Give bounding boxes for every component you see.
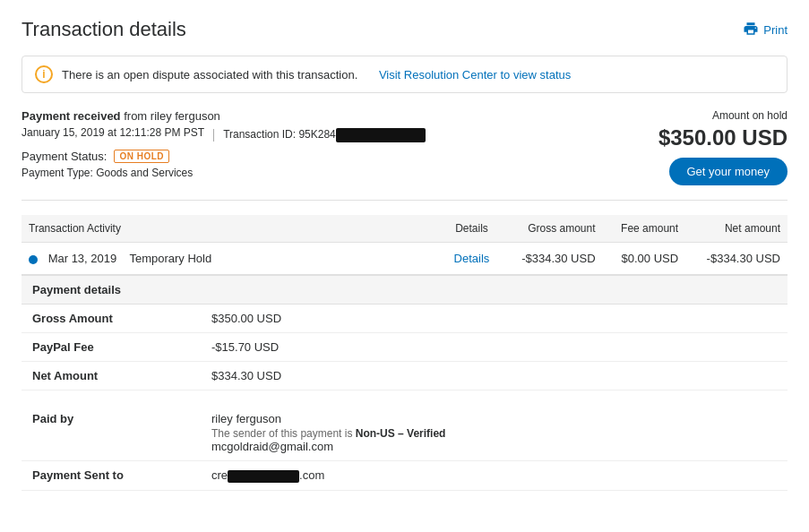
redacted-id	[336, 128, 426, 142]
fee-label: PayPal Fee	[22, 333, 201, 362]
details-link[interactable]: Details	[454, 252, 490, 265]
alert-message: There is an open dispute associated with…	[62, 68, 357, 82]
status-label: Payment Status:	[22, 150, 107, 163]
paid-by-email: mcgoldraid@gmail.com	[211, 440, 777, 453]
payment-right: Amount on hold $350.00 USD Get your mone…	[658, 109, 787, 185]
on-hold-badge: ON HOLD	[114, 150, 169, 163]
activity-table: Transaction Activity Details Gross amoun…	[22, 215, 787, 275]
sent-to-label: Payment Sent to	[22, 461, 201, 491]
row-description: Temporary Hold	[129, 252, 211, 265]
redacted-email	[228, 470, 299, 483]
row-net: -$334.30 USD	[685, 243, 787, 275]
table-row: Mar 13, 2019 Temporary Hold Details -$33…	[22, 243, 787, 275]
sent-to-value: cre.com	[201, 461, 787, 491]
payment-left: Payment received from riley ferguson Jan…	[22, 109, 426, 179]
print-button[interactable]: Print	[743, 21, 787, 39]
col-gross: Gross amount	[501, 215, 603, 243]
col-fee: Fee amount	[603, 215, 686, 243]
details-table: Gross Amount $350.00 USD PayPal Fee -$15…	[22, 305, 787, 491]
net-value: $334.30 USD	[201, 362, 787, 390]
payment-details-section: Payment details Gross Amount $350.00 USD…	[22, 275, 787, 491]
net-label: Net Amount	[22, 362, 201, 390]
row-date-desc: Mar 13, 2019 Temporary Hold	[22, 243, 443, 275]
amount-display: $350.00 USD	[658, 125, 787, 150]
spacer-row	[22, 390, 787, 406]
payment-type: Payment Type: Goods and Services	[22, 167, 426, 179]
payment-received-label: Payment received from riley ferguson	[22, 109, 426, 123]
payment-sent-to-row: Payment Sent to cre.com	[22, 461, 787, 491]
amount-on-hold-label: Amount on hold	[658, 109, 787, 122]
transaction-activity-section: Transaction Activity Details Gross amoun…	[22, 215, 787, 275]
row-date: Mar 13, 2019	[48, 252, 117, 265]
resolution-center-link[interactable]: Visit Resolution Center to view status	[379, 68, 571, 82]
page-title: Transaction details	[22, 18, 186, 41]
payment-info-section: Payment received from riley ferguson Jan…	[22, 109, 787, 201]
print-icon	[743, 21, 759, 39]
row-gross: -$334.30 USD	[501, 243, 603, 275]
row-fee: $0.00 USD	[603, 243, 686, 275]
col-details: Details	[443, 215, 500, 243]
status-row: Payment Status: ON HOLD	[22, 150, 426, 163]
gross-amount-row: Gross Amount $350.00 USD	[22, 305, 787, 333]
get-money-button[interactable]: Get your money	[669, 158, 788, 185]
fee-row: PayPal Fee -$15.70 USD	[22, 333, 787, 362]
payment-date: January 15, 2019 at 12:11:28 PM PST	[22, 126, 204, 139]
divider	[213, 129, 214, 142]
paid-by-status-line: The sender of this payment is Non-US – V…	[211, 427, 777, 440]
paid-by-info: riley ferguson The sender of this paymen…	[201, 405, 787, 461]
alert-bar: i There is an open dispute associated wi…	[22, 56, 787, 93]
col-activity: Transaction Activity	[22, 215, 443, 243]
paid-by-status: Non-US – Verified	[356, 427, 446, 440]
payment-details-header: Payment details	[22, 275, 787, 305]
gross-label: Gross Amount	[22, 305, 201, 333]
gross-value: $350.00 USD	[201, 305, 787, 333]
page-header: Transaction details Print	[22, 18, 787, 41]
from-label: from riley ferguson	[124, 109, 220, 123]
fee-value: -$15.70 USD	[201, 333, 787, 362]
status-dot	[29, 255, 38, 264]
row-details-cell: Details	[443, 243, 500, 275]
transaction-id: Transaction ID: 95K284	[223, 128, 426, 142]
date-txn-row: January 15, 2019 at 12:11:28 PM PST Tran…	[22, 126, 426, 144]
net-amount-row: Net Amount $334.30 USD	[22, 362, 787, 390]
paid-by-row: Paid by riley ferguson The sender of thi…	[22, 405, 787, 461]
col-net: Net amount	[685, 215, 787, 243]
print-label: Print	[763, 23, 787, 37]
paid-by-name: riley ferguson	[211, 412, 777, 425]
paid-by-label: Paid by	[22, 405, 201, 461]
info-icon: i	[35, 65, 53, 83]
